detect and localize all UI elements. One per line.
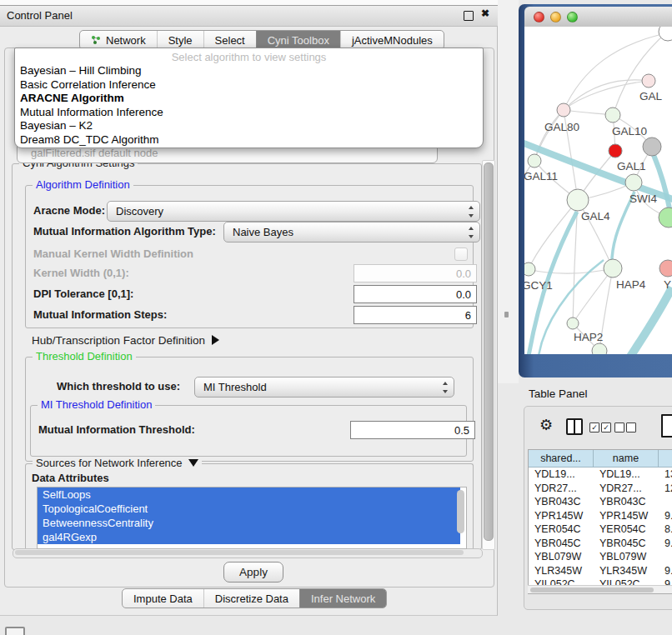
- table-row[interactable]: YER054CYER054C8.: [529, 522, 672, 537]
- network-node-swi4[interactable]: [625, 174, 642, 191]
- zoom-traffic-light[interactable]: [567, 12, 578, 22]
- algorithm-option-bayesian-k2[interactable]: Bayesian – K2: [15, 119, 483, 133]
- network-node-gal4[interactable]: [567, 189, 589, 211]
- network-node[interactable]: [659, 27, 672, 41]
- document-icon[interactable]: [661, 414, 672, 438]
- table-hscrollbar[interactable]: [528, 585, 672, 593]
- columns-icon[interactable]: [566, 418, 583, 435]
- table-cell: YDR27...: [529, 482, 594, 496]
- algorithm-option-aracne-algorithm[interactable]: ARACNE Algorithm: [15, 92, 483, 106]
- tab-discretize-data[interactable]: Discretize Data: [203, 589, 299, 608]
- table-cell: YBR045C: [594, 537, 659, 551]
- tab-jactivemnodules[interactable]: jActiveMNodules: [340, 31, 444, 49]
- tab-network[interactable]: Network: [80, 31, 157, 49]
- network-canvas[interactable]: GALGAL80GAL10GAL1GAL11SWI4GAL4GCY1HAP4YH…: [524, 27, 672, 354]
- network-node[interactable]: [592, 343, 607, 354]
- network-node-hap2[interactable]: [567, 318, 579, 329]
- tab-style[interactable]: Style: [157, 31, 203, 49]
- table-row[interactable]: YBR043CYBR043C: [529, 495, 672, 509]
- settings-vscrollbar-thumb[interactable]: [484, 162, 494, 541]
- attribute-topologicalcoefficient[interactable]: TopologicalCoefficient: [38, 502, 460, 516]
- table-cell: YBL079W: [594, 550, 659, 564]
- table-cell: YBL079W: [529, 550, 594, 564]
- table-cell: 9.: [659, 509, 672, 523]
- network-node[interactable]: [643, 138, 661, 156]
- column-header-shared[interactable]: shared...: [529, 450, 594, 468]
- tab-select[interactable]: Select: [203, 31, 256, 49]
- hub-definition-expander[interactable]: Hub/Transcription Factor Definition: [32, 332, 219, 348]
- network-node-gal11[interactable]: [528, 154, 541, 168]
- combo-arrows-icon: [466, 205, 477, 218]
- algorithm-option-mutual-information-inference[interactable]: Mutual Information Inference: [15, 106, 483, 120]
- close-traffic-light[interactable]: [534, 12, 544, 22]
- panel-splitter[interactable]: [498, 0, 519, 383]
- attribute-betweennesscentrality[interactable]: BetweennessCentrality: [38, 516, 460, 530]
- float-window-icon[interactable]: [464, 11, 474, 21]
- algorithm-option-basic-correlation-inference[interactable]: Basic Correlation Inference: [15, 78, 483, 92]
- table-cell: YBR045C: [529, 537, 594, 551]
- checkbox-unchecked-icon[interactable]: [626, 422, 636, 432]
- apply-button[interactable]: Apply: [223, 562, 283, 582]
- table-cell: [659, 550, 672, 564]
- node-label-hap2: HAP2: [574, 331, 603, 343]
- mi-threshold-group-title: MI Threshold Definition: [38, 398, 155, 411]
- data-attributes-list[interactable]: SelfLoopsTopologicalCoefficientBetweenne…: [37, 487, 467, 549]
- table-cell: 8.: [659, 522, 672, 537]
- splitter-handle[interactable]: [504, 312, 509, 318]
- table-row[interactable]: YLR345WYLR345W9.: [529, 564, 672, 578]
- tab-impute-data[interactable]: Impute Data: [123, 589, 203, 608]
- collapse-down-icon: [188, 459, 198, 467]
- checkbox-checked-icon[interactable]: ✓: [589, 422, 599, 432]
- table-row[interactable]: YPR145WYPR145W9.: [529, 509, 672, 523]
- checkbox-checked-icon[interactable]: ✓: [601, 422, 611, 432]
- network-node-hap4[interactable]: [604, 259, 622, 278]
- which-threshold-value: MI Threshold: [203, 381, 267, 393]
- minimize-traffic-light[interactable]: [550, 12, 561, 22]
- kernel-width-field: 0.0: [354, 264, 477, 282]
- sources-collapse-toggle[interactable]: Sources for Network Inference: [33, 457, 202, 469]
- dpi-tolerance-field[interactable]: 0.0: [354, 285, 477, 303]
- aracne-mode-combo[interactable]: Discovery: [107, 201, 480, 222]
- network-node-gal[interactable]: [642, 74, 655, 88]
- table-row[interactable]: YBR045CYBR045C9.: [529, 537, 672, 551]
- gear-icon[interactable]: ⚙: [539, 416, 553, 434]
- settings-hscrollbar-thumb[interactable]: [15, 550, 464, 555]
- table-cell: YBR043C: [594, 495, 659, 509]
- network-window-titlebar[interactable]: [524, 7, 672, 28]
- mi-type-combo[interactable]: Naive Bayes: [223, 222, 480, 242]
- network-node-gcy1[interactable]: [524, 262, 535, 276]
- algorithm-dropdown-popup: Select algorithm to view settings Bayesi…: [14, 48, 484, 148]
- kernel-width-label: Kernel Width (0,1):: [33, 267, 129, 280]
- attribute-gal4rgexp[interactable]: gal4RGexp: [38, 530, 460, 544]
- table-cell: YER054C: [594, 522, 659, 537]
- tab-cyni-toolbox[interactable]: Cyni Toolbox: [256, 31, 340, 49]
- list-scrollbar-thumb[interactable]: [457, 490, 464, 533]
- table-row[interactable]: YBL079WYBL079W: [529, 550, 672, 564]
- network-node-gal10[interactable]: [605, 108, 620, 122]
- attribute-selfloops[interactable]: SelfLoops: [38, 488, 460, 502]
- network-node-gal1[interactable]: [609, 144, 622, 158]
- minimized-panel-icon[interactable]: [5, 627, 25, 635]
- close-icon[interactable]: ✖: [479, 7, 492, 20]
- table-row[interactable]: YDR27...YDR27...12: [529, 482, 672, 496]
- tab-infer-network[interactable]: Infer Network: [299, 589, 386, 608]
- which-threshold-combo[interactable]: MI Threshold: [194, 377, 454, 398]
- node-label-y: Y: [664, 278, 671, 291]
- checkbox-unchecked-icon[interactable]: [614, 422, 624, 432]
- network-node[interactable]: [659, 208, 672, 228]
- algorithm-option-bayesian-hill-climbing[interactable]: Bayesian – Hill Climbing: [15, 64, 483, 78]
- table-hscrollbar-thumb[interactable]: [530, 588, 654, 592]
- column-header-name[interactable]: name: [594, 450, 659, 468]
- algorithm-option-dream8-dc-tdc-algorithm[interactable]: Dream8 DC_TDC Algorithm: [15, 133, 483, 148]
- table-row[interactable]: YDL19...YDL19...13: [529, 468, 672, 482]
- network-node-gal80[interactable]: [557, 103, 570, 117]
- combo-arrows-icon: [466, 226, 477, 239]
- table-panel-title: Table Panel: [529, 387, 588, 402]
- network-node-y[interactable]: [659, 260, 672, 277]
- node-label-gal10: GAL10: [612, 125, 647, 138]
- mi-steps-field[interactable]: 6: [354, 306, 477, 324]
- column-header-a[interactable]: A: [659, 450, 672, 468]
- mi-threshold-field[interactable]: 0.5: [350, 421, 475, 439]
- table-cell: 12: [659, 482, 672, 496]
- table-cell: YLR345W: [529, 564, 594, 578]
